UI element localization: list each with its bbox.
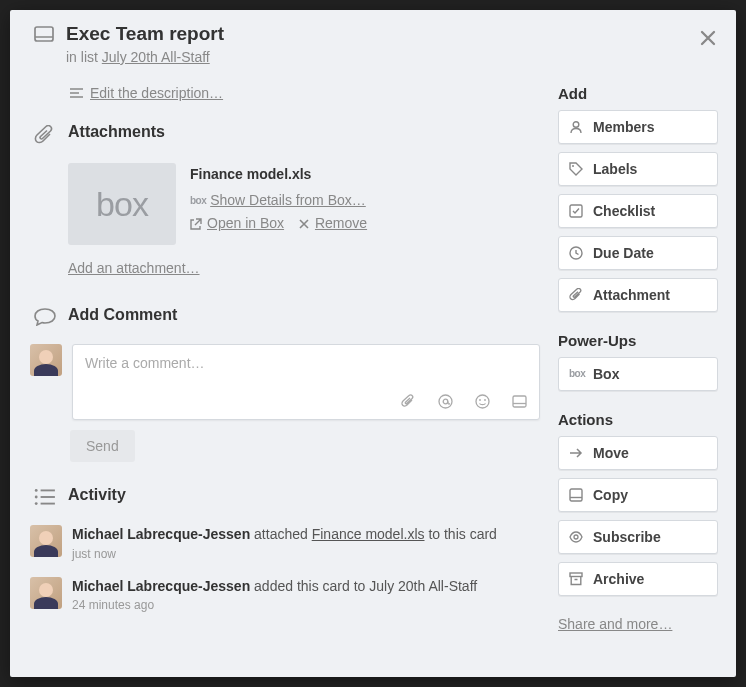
svg-point-8 — [479, 399, 481, 401]
attachment-thumbnail[interactable]: box — [68, 163, 176, 245]
attachment-filename: Finance model.xls — [190, 163, 367, 186]
card-title[interactable]: Exec Team report — [66, 22, 224, 47]
remove-attachment-link[interactable]: Remove — [298, 212, 367, 235]
activity-avatar[interactable] — [30, 525, 62, 557]
attach-icon[interactable] — [401, 394, 416, 409]
svg-point-17 — [35, 502, 38, 505]
emoji-icon[interactable] — [475, 394, 490, 409]
svg-point-5 — [439, 395, 452, 408]
attachments-section-header: Attachments — [28, 123, 540, 149]
speech-bubble-icon — [34, 308, 56, 330]
card-modal: Exec Team report in list July 20th All-S… — [10, 10, 736, 677]
x-icon — [298, 218, 310, 230]
align-left-icon — [70, 88, 83, 99]
main-column: Edit the description… Attachments box Fi… — [28, 85, 540, 632]
close-button[interactable] — [692, 22, 724, 54]
show-details-link[interactable]: Show Details from Box… — [210, 189, 366, 212]
share-more-link[interactable]: Share and more… — [558, 616, 718, 632]
add-comment-heading: Add Comment — [68, 306, 177, 324]
members-button[interactable]: Members — [558, 110, 718, 144]
labels-button[interactable]: Labels — [558, 152, 718, 186]
comment-section-header: Add Comment — [28, 306, 540, 330]
archive-button[interactable]: Archive — [558, 562, 718, 596]
checkbox-icon — [569, 204, 583, 218]
sidebar-add-title: Add — [558, 85, 718, 102]
archive-icon — [569, 572, 583, 586]
sidebar-powerups-title: Power-Ups — [558, 332, 718, 349]
activity-actor[interactable]: Michael Labrecque-Jessen — [72, 578, 250, 594]
mention-icon[interactable] — [438, 394, 453, 409]
svg-point-15 — [35, 489, 38, 492]
box-logo-icon: box — [569, 368, 583, 379]
card-location: in list July 20th All-Staff — [66, 49, 224, 65]
svg-point-24 — [574, 535, 578, 539]
svg-rect-25 — [570, 573, 582, 577]
activity-section-header: Activity — [28, 486, 540, 511]
copy-icon — [569, 488, 583, 502]
svg-rect-0 — [35, 27, 53, 41]
tag-icon — [569, 162, 583, 176]
card-header: Exec Team report in list July 20th All-S… — [28, 22, 718, 65]
card-link-icon[interactable] — [512, 394, 527, 409]
send-comment-button[interactable]: Send — [70, 430, 135, 462]
person-icon — [569, 120, 583, 134]
list-link[interactable]: July 20th All-Staff — [102, 49, 210, 65]
activity-timestamp: just now — [72, 547, 497, 561]
activity-actor[interactable]: Michael Labrecque-Jessen — [72, 526, 250, 542]
paperclip-icon — [34, 125, 56, 149]
activity-item: Michael Labrecque-Jessen added this card… — [28, 577, 540, 613]
svg-point-6 — [443, 399, 448, 404]
activity-object-link[interactable]: Finance model.xls — [312, 526, 425, 542]
paperclip-icon — [569, 288, 583, 302]
checklist-button[interactable]: Checklist — [558, 194, 718, 228]
svg-point-16 — [35, 496, 38, 499]
card-icon — [34, 26, 54, 46]
activity-avatar[interactable] — [30, 577, 62, 609]
open-in-box-link[interactable]: Open in Box — [190, 212, 284, 235]
clock-icon — [569, 246, 583, 260]
svg-point-19 — [572, 165, 574, 167]
external-link-icon — [190, 218, 202, 230]
user-avatar[interactable] — [30, 344, 62, 376]
box-powerup-button[interactable]: box Box — [558, 357, 718, 391]
activity-item: Michael Labrecque-Jessen attached Financ… — [28, 525, 540, 561]
subscribe-button[interactable]: Subscribe — [558, 520, 718, 554]
sidebar: Add Members Labels Checklist Due Date — [558, 85, 718, 632]
attachments-heading: Attachments — [68, 123, 165, 141]
comment-placeholder: Write a comment… — [85, 355, 527, 371]
sidebar-actions-title: Actions — [558, 411, 718, 428]
svg-rect-22 — [570, 489, 582, 501]
comment-input[interactable]: Write a comment… — [72, 344, 540, 420]
attachment-item: box Finance model.xls box Show Details f… — [68, 163, 540, 245]
box-logo-icon: box — [190, 193, 206, 210]
svg-rect-10 — [513, 396, 526, 407]
add-attachment-link[interactable]: Add an attachment… — [68, 260, 200, 276]
eye-icon — [569, 530, 583, 544]
arrow-right-icon — [569, 446, 583, 460]
edit-description-link[interactable]: Edit the description… — [70, 85, 223, 101]
activity-timestamp: 24 minutes ago — [72, 598, 477, 612]
attachment-button[interactable]: Attachment — [558, 278, 718, 312]
svg-point-18 — [573, 121, 579, 127]
activity-heading: Activity — [68, 486, 126, 504]
svg-point-7 — [476, 395, 489, 408]
copy-button[interactable]: Copy — [558, 478, 718, 512]
list-icon — [34, 487, 56, 511]
move-button[interactable]: Move — [558, 436, 718, 470]
due-date-button[interactable]: Due Date — [558, 236, 718, 270]
svg-point-9 — [484, 399, 486, 401]
